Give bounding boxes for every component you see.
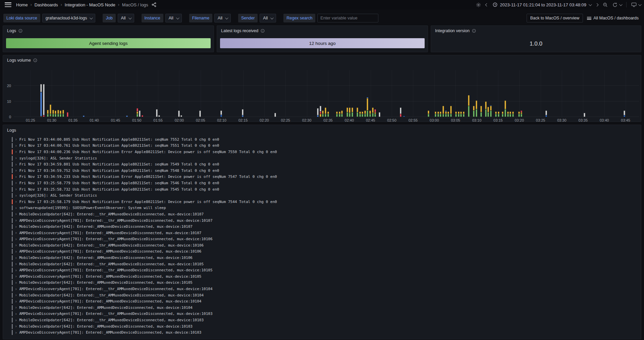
stacked-bar[interactable] [487,107,489,117]
log-row[interactable]: ›AMPDeviceDiscoveryAgent[701]: Entered:_… [12,249,640,255]
stacked-bar[interactable] [374,109,376,117]
log-row[interactable]: ›Fri Nov 17 03:34:59.801 Usb Host Notifi… [12,161,640,167]
stacked-bar[interactable] [460,112,462,117]
log-row[interactable]: ›AMPDeviceDiscoveryAgent[701]: Entered:_… [12,286,640,292]
stacked-bar[interactable] [62,110,64,117]
info-icon[interactable] [472,29,476,33]
refresh-button[interactable] [612,2,622,7]
stacked-bar[interactable] [180,115,182,117]
expand-chevron-icon[interactable]: › [15,318,17,322]
stacked-bar[interactable] [584,113,585,117]
stacked-bar[interactable] [322,111,324,117]
stacked-bar[interactable] [445,111,447,117]
log-row[interactable]: ›syslogd[326]: ASL Sender Statistics [12,155,640,161]
expand-chevron-icon[interactable]: › [15,218,17,223]
stacked-bar[interactable] [455,112,457,117]
log-row[interactable]: ›AMPDeviceDiscoveryAgent[701]: Entered:_… [12,329,640,336]
var-select-filename[interactable]: All [214,14,231,22]
stacked-bar[interactable] [435,112,436,117]
stacked-bar[interactable] [242,109,244,117]
stacked-bar[interactable] [442,106,444,117]
chevron-down-icon[interactable] [619,3,623,6]
stacked-bar[interactable] [379,112,380,117]
back-to-overview-button[interactable]: Back to MacOS / overview [527,14,583,22]
expand-chevron-icon[interactable]: › [15,324,17,329]
log-row[interactable]: ›AMPDeviceDiscoveryAgent[701]: Entered:_… [12,267,640,273]
expand-chevron-icon[interactable]: › [15,256,17,260]
stacked-bar[interactable] [83,116,85,117]
stacked-bar[interactable] [137,108,138,117]
breadcrumb-item[interactable]: Home [16,2,28,7]
regex-search-label[interactable]: Regex search [283,14,315,22]
logs-volume-chart[interactable]: 01020 [14,70,639,117]
stacked-bar[interactable] [142,115,143,117]
stacked-bar[interactable] [403,116,405,117]
expand-chevron-icon[interactable]: › [15,268,17,272]
stacked-bar[interactable] [545,111,547,117]
stacked-bar[interactable] [440,112,441,117]
log-row[interactable]: ›MobileDeviceUpdater[642]: Entered:__thr… [12,211,640,217]
stacked-bar[interactable] [468,95,470,117]
stacked-bar[interactable] [512,112,514,117]
var-select-job[interactable]: All [118,14,134,22]
log-row[interactable]: ›MobileDeviceUpdater[642]: Entered:__thr… [12,317,640,323]
stacked-bar[interactable] [502,112,503,117]
log-row[interactable]: ›MobileDeviceUpdater[642]: Entered:__thr… [12,242,640,249]
expand-chevron-icon[interactable]: › [15,187,17,192]
expand-chevron-icon[interactable]: › [15,312,17,316]
stacked-bar[interactable] [428,111,429,117]
expand-chevron-icon[interactable]: › [15,299,17,303]
stacked-bar[interactable] [485,101,487,117]
expand-chevron-icon[interactable]: › [15,224,17,229]
zoom-out-icon[interactable] [603,2,608,7]
stacked-bar[interactable] [156,109,158,117]
var-select-instance[interactable]: All [165,14,182,22]
expand-chevron-icon[interactable]: › [15,231,17,235]
stacked-bar[interactable] [509,112,511,117]
stacked-bar[interactable] [447,112,449,117]
stacked-bar[interactable] [317,108,319,117]
time-range-picker[interactable]: 2023-11-17 01:21:04 to 2023-11-17 03:48:… [493,2,591,7]
stacked-bar[interactable] [158,115,160,117]
share-icon[interactable] [152,2,156,7]
var-label-job[interactable]: Job [103,14,115,22]
log-row[interactable]: ›Fri Nov 17 03:44:00.236 Usb Host Notifi… [12,149,640,155]
log-row[interactable]: ›MobileDeviceUpdater[642]: Entered:__thr… [12,292,640,298]
stacked-bar[interactable] [463,112,465,117]
log-row[interactable]: ›MobileDeviceUpdater[642]: Entered:_AMMu… [12,323,640,330]
stacked-bar[interactable] [359,112,361,117]
stacked-bar[interactable] [450,106,452,117]
stacked-bar[interactable] [357,108,358,117]
stacked-bar[interactable] [490,105,492,117]
stacked-bar[interactable] [480,106,482,117]
stacked-bar[interactable] [372,108,374,117]
stacked-bar[interactable] [437,112,439,117]
expand-chevron-icon[interactable]: › [15,162,17,166]
stacked-bar[interactable] [495,112,497,117]
expand-chevron-icon[interactable]: › [15,175,17,179]
stacked-bar[interactable] [40,84,42,117]
stacked-bar[interactable] [369,111,371,117]
stacked-bar[interactable] [362,112,363,117]
expand-chevron-icon[interactable]: › [15,143,17,148]
var-label-instance[interactable]: Instance [142,14,163,22]
stacked-bar[interactable] [55,111,56,117]
stacked-bar[interactable] [458,112,460,117]
stacked-bar[interactable] [47,110,49,117]
stacked-bar[interactable] [139,111,141,117]
all-dashboards-button[interactable]: All MacOS / dashboards [585,14,641,22]
log-row[interactable]: ›Fri Nov 17 03:25:58.779 Usb Host Notifi… [12,180,640,186]
breadcrumb-item[interactable]: Dashboards [35,2,58,7]
breadcrumb-item[interactable]: Integration - MacOS Node [65,2,115,7]
tv-mode-button[interactable] [631,2,641,7]
expand-chevron-icon[interactable]: › [15,262,17,266]
log-row[interactable]: ›AMPDeviceDiscoveryAgent[701]: Entered:_… [12,230,640,236]
stacked-bar[interactable] [367,97,368,117]
log-row[interactable]: ›Fri Nov 17 03:25:58.732 Usb Host Notifi… [12,186,640,193]
regex-search-input[interactable] [317,14,378,22]
stacked-bar[interactable] [336,112,338,117]
dashboard-settings-icon[interactable] [476,2,481,7]
var-select-sender[interactable]: All [260,14,276,22]
breadcrumb-item[interactable]: MacOS / logs [122,2,148,7]
log-row[interactable]: ›AMPDeviceDiscoveryAgent[701]: Entered:_… [12,298,640,304]
